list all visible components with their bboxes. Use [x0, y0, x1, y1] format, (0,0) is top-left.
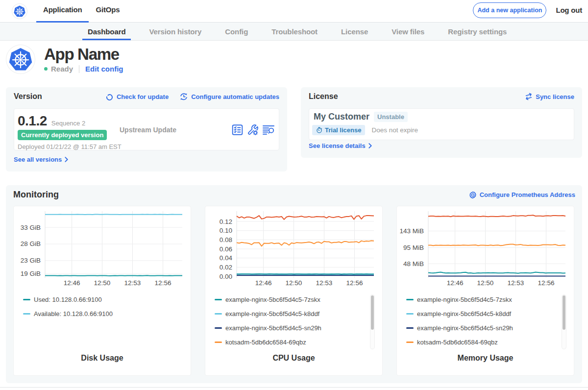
- add-new-application-button[interactable]: Add a new application: [473, 2, 546, 18]
- svg-text:12:50: 12:50: [286, 279, 302, 287]
- subnav-tab-config[interactable]: Config: [213, 23, 260, 40]
- app-logo-kubernetes-icon: [6, 45, 35, 73]
- subnav-tab-dashboard-label: Dashboard: [88, 27, 125, 36]
- gear-icon: [469, 191, 477, 199]
- legend-dash: [406, 341, 414, 343]
- preflight-checks-button[interactable]: [231, 124, 244, 136]
- nav-tab-application[interactable]: Application: [36, 0, 89, 22]
- legend-item: example-nginx-5bc6f5d4c5-sn29h: [397, 321, 574, 335]
- legend-label: example-nginx-5bc6f5d4c5-sn29h: [225, 324, 321, 332]
- stopwatch-icon: [316, 127, 322, 133]
- svg-text:33 GiB: 33 GiB: [21, 224, 41, 231]
- scrollbar-thumb[interactable]: [371, 295, 374, 330]
- release-notes-button[interactable]: [262, 124, 275, 136]
- svg-text:12:56: 12:56: [538, 279, 555, 287]
- svg-text:23 GiB: 23 GiB: [21, 257, 41, 264]
- license-card-links: Sync license: [525, 93, 574, 100]
- see-license-details-link[interactable]: See license details: [309, 142, 373, 149]
- chart-title: Disk Usage: [14, 354, 191, 363]
- legend-label: example-nginx-5bc6f5d4c5-k8ddf: [417, 310, 511, 317]
- license-card: License Sync license My Customer Unstabl…: [301, 87, 582, 158]
- monitoring-links: Configure Prometheus Address: [469, 191, 575, 199]
- version-card-links: Check for update Configure automatic upd…: [105, 92, 279, 101]
- chart-legend: example-nginx-5bc6f5d4c5-7zskxexample-ng…: [205, 292, 382, 349]
- chart-legend: Used: 10.128.0.66:9100Available: 10.128.…: [14, 292, 191, 321]
- license-expiry: Does not expire: [371, 126, 418, 134]
- legend-label: kotsadm-5db6dc6584-69qbz: [417, 339, 498, 346]
- refresh-icon: [105, 93, 114, 101]
- kubernetes-logo: [12, 4, 27, 19]
- svg-text:0.10: 0.10: [220, 227, 232, 234]
- status-text: Ready: [51, 65, 73, 73]
- subnav-tab-troubleshoot[interactable]: Troubleshoot: [260, 23, 329, 40]
- status-divider: [79, 65, 79, 73]
- legend-dash: [23, 299, 30, 300]
- legend-label: example-nginx-5bc6f5d4c5-sn29h: [417, 324, 513, 332]
- svg-text:12:53: 12:53: [508, 279, 524, 287]
- version-actions: [231, 114, 275, 146]
- svg-text:19 GiB: 19 GiB: [21, 270, 41, 277]
- legend-label: Available: 10.128.0.66:9100: [34, 310, 113, 317]
- svg-text:12:53: 12:53: [316, 279, 333, 287]
- legend-label: example-nginx-5bc6f5d4c5-7zskx: [417, 296, 512, 303]
- disk-usage-panel: 12:4612:5012:5312:5633 GiB28 GiB23 GiB19…: [13, 206, 191, 376]
- app-subnav: Dashboard Version history Config Trouble…: [0, 23, 588, 41]
- subnav-tab-dashboard[interactable]: Dashboard: [76, 23, 137, 40]
- svg-text:0.06: 0.06: [220, 245, 232, 253]
- subnav-tab-license[interactable]: License: [329, 23, 380, 40]
- chart-plot: 12:4612:5012:5312:560.120.100.080.060.04…: [205, 206, 382, 289]
- deployed-timestamp: Deployed 01/21/22 @ 11:57 am EST: [18, 143, 120, 150]
- version-info: 0.1.2 Sequence 2 Currently deployed vers…: [18, 114, 120, 146]
- license-type-badge: Trial license: [312, 125, 365, 135]
- version-line: 0.1.2 Sequence 2: [18, 114, 120, 128]
- memory-usage-panel: 12:4612:5012:5312:56143 MiB95 MiB48 MiBe…: [396, 206, 574, 376]
- nav-tab-gitops-label: GitOps: [96, 5, 120, 14]
- status-ready-dot: [44, 67, 48, 71]
- legend-scrollbar[interactable]: [370, 294, 375, 349]
- version-card-head: Version Check for update Configure autom…: [14, 92, 279, 101]
- license-meta-row: Trial license Does not expire: [312, 125, 566, 135]
- legend-item: example-nginx-5bc6f5d4c5-k8ddf: [397, 307, 574, 321]
- sync-license-link[interactable]: Sync license: [525, 93, 574, 100]
- configure-prometheus-link[interactable]: Configure Prometheus Address: [469, 191, 575, 199]
- version-source: Upstream Update: [120, 114, 176, 146]
- upstream-update-label: Upstream Update: [120, 126, 176, 134]
- legend-item: example-nginx-5bc6f5d4c5-7zskx: [205, 292, 382, 307]
- scrollbar-thumb[interactable]: [563, 295, 565, 330]
- legend-dash: [406, 327, 414, 329]
- customer-row: My Customer Unstable: [312, 112, 566, 122]
- legend-item: Available: 10.128.0.66:9100: [14, 307, 191, 321]
- license-card-head: License Sync license: [309, 92, 574, 101]
- chevron-right-icon: [64, 157, 69, 162]
- nav-tab-application-label: Application: [43, 5, 82, 14]
- chart-title: Memory Usage: [397, 354, 574, 363]
- chevron-right-icon: [368, 143, 373, 148]
- configure-automatic-updates-link[interactable]: Configure automatic updates: [179, 92, 279, 101]
- edit-config-version-button[interactable]: [247, 124, 259, 136]
- legend-dash: [215, 313, 222, 315]
- svg-text:28 GiB: 28 GiB: [21, 240, 41, 247]
- svg-text:12:50: 12:50: [477, 279, 494, 287]
- subnav-tab-license-label: License: [341, 27, 368, 36]
- edit-config-link[interactable]: Edit config: [85, 65, 123, 73]
- cpu-usage-panel: 12:4612:5012:5312:560.120.100.080.060.04…: [205, 206, 383, 376]
- monitoring-card: Monitoring Configure Prometheus Address …: [6, 185, 582, 383]
- legend-dash: [215, 299, 222, 300]
- wrench-gear-icon: [247, 124, 259, 136]
- subnav-tab-troubleshoot-label: Troubleshoot: [271, 27, 318, 36]
- svg-text:0.00: 0.00: [220, 273, 232, 280]
- see-all-versions-link[interactable]: See all versions: [14, 156, 69, 163]
- checklist-icon: [231, 124, 244, 136]
- check-for-update-link[interactable]: Check for update: [105, 93, 169, 101]
- subnav-tab-view-files[interactable]: View files: [380, 23, 436, 40]
- legend-item: example-nginx-5bc6f5d4c5-sn29h: [205, 321, 382, 335]
- cards-row: Version Check for update Configure autom…: [6, 87, 582, 171]
- subnav-tab-registry-settings[interactable]: Registry settings: [436, 23, 518, 40]
- legend-item: example-nginx-5bc6f5d4c5-7zskx: [397, 292, 574, 307]
- subnav-tab-version-history[interactable]: Version history: [137, 23, 213, 40]
- sync-icon: [525, 93, 533, 100]
- logout-button[interactable]: Log out: [556, 6, 582, 14]
- nav-tab-gitops[interactable]: GitOps: [89, 0, 126, 22]
- legend-dash: [406, 313, 414, 315]
- legend-scrollbar[interactable]: [562, 294, 566, 349]
